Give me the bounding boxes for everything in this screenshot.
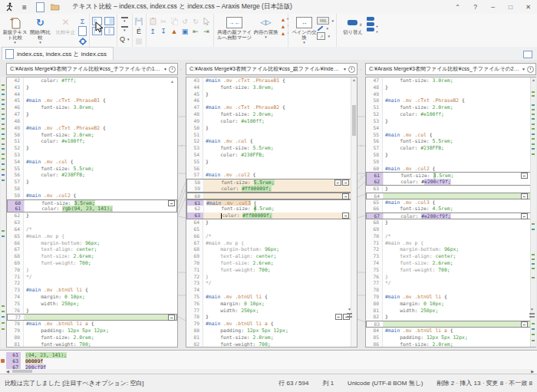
code-line[interactable]: 47#main .mv .cTxt .PhraseB2 {	[186, 104, 357, 111]
code-line[interactable]: 69	[366, 226, 535, 233]
settings-gear-icon[interactable]	[78, 37, 87, 45]
chevron-down-icon[interactable]: ▼	[162, 67, 169, 71]
fit-height-icon[interactable]: ▾	[121, 17, 128, 25]
export-icon[interactable]: ↗	[317, 32, 325, 40]
code-line[interactable]: 44	[7, 91, 177, 98]
scrollbar-thumb[interactable]	[12, 370, 32, 373]
code-line[interactable]: 58 font-size: 5.5rem;←→	[186, 179, 357, 186]
code-line[interactable]: 56 font-size: 5.5rem;	[366, 138, 535, 145]
code-line[interactable]: 52#main .mv .col {	[186, 138, 357, 145]
insert-line-down-icon[interactable]: ↧	[160, 27, 168, 35]
code-line[interactable]: 45#main .mv .cTxt .PhraseB1 {	[7, 97, 177, 104]
code-line[interactable]: 77*/	[366, 280, 535, 287]
code-line[interactable]: 77→	[7, 314, 177, 321]
scroll-down-icon[interactable]: ▼	[530, 307, 534, 311]
swap-panes-button[interactable]: ↔ ペインの交換▾	[291, 15, 317, 45]
code-line[interactable]: 66/*	[186, 233, 357, 240]
code-line[interactable]: 45}	[186, 91, 357, 98]
pointer-icon[interactable]	[203, 17, 211, 25]
code-line[interactable]: 68 margin-bottom: 96px;	[186, 246, 357, 253]
merge-change-button[interactable]: ←	[521, 193, 528, 199]
file-path-middle[interactable]: C:¥Araxis Merge¥3者間ファイル比較¥css_親ファイル¥inde…	[186, 63, 357, 75]
code-line[interactable]: 57 color: #238FFB;	[366, 145, 535, 152]
code-line[interactable]: 82 font-weight: 700;	[186, 341, 357, 348]
fit-width-icon[interactable]: ▾	[121, 26, 128, 34]
code-line[interactable]: 56	[186, 166, 357, 173]
code-line[interactable]: 47 font-size: 3.0rem;	[366, 77, 535, 84]
code-line[interactable]: 52 color: #e100ff;	[366, 111, 535, 118]
code-line[interactable]: 72	[7, 280, 177, 287]
code-line[interactable]: 60 font-size: 3.5rem;→	[7, 199, 177, 206]
merge-change-button[interactable]: →	[342, 180, 349, 186]
code-line[interactable]: 48}	[366, 84, 535, 91]
code-line[interactable]: 80 margin: 0 10px;	[366, 301, 535, 308]
history-clock-icon[interactable]	[527, 66, 534, 73]
code-line[interactable]: 54 color: #238FFB;	[186, 152, 357, 159]
code-line[interactable]: 50#main .mv .cTxt .PhraseB2 {	[366, 97, 535, 104]
warning-down-icon[interactable]: ▲↓	[281, 31, 286, 36]
code-line[interactable]: 49	[366, 91, 535, 98]
code-line[interactable]: 68 font-size: 2.6rem;	[7, 253, 177, 260]
start-recompare-button[interactable]: ↻ 開始/再比較▾	[28, 15, 53, 45]
file-path-left[interactable]: C:¥Araxis Merge¥3者間ファイル比較¥css_子ファイルその1¥i…	[6, 63, 178, 75]
status-encoding[interactable]: Unicode (UTF-8 BOM 無し)	[348, 379, 423, 387]
code-line[interactable]: 43#main .mv .cTxt .PhraseB1 {	[186, 77, 357, 84]
code-line[interactable]: 86 font-size: 2.0rem;	[366, 341, 535, 348]
code-line[interactable]: 58}	[366, 152, 535, 159]
history-clock-icon[interactable]	[348, 66, 355, 73]
code-line[interactable]: 53}	[366, 118, 535, 125]
pane-layout-icon[interactable]	[523, 51, 532, 58]
bookmark-toggle-button[interactable]: ± 切り替え	[339, 15, 367, 35]
code-line[interactable]: 49#main .mv .cTxt .PhraseB2 {	[7, 125, 177, 132]
file-path-right[interactable]: C:¥Araxis Merge¥3者間ファイル比較¥css_子ファイルその2¥i…	[365, 63, 536, 75]
code-line[interactable]: 65#main .mv p {	[7, 233, 177, 240]
zoom-icon[interactable]: Q	[120, 35, 125, 43]
auto-merge-button[interactable]: →← 共通の親ファイルへ自動マージ	[216, 15, 253, 40]
code-line[interactable]: 53 font-size: 5.5rem;	[186, 145, 357, 152]
merge-change-button[interactable]: →	[342, 193, 349, 199]
scroll-up-icon[interactable]: ▲	[170, 79, 174, 84]
minimize-button[interactable]: –	[484, 1, 502, 13]
code-line[interactable]: 79#main .mv .btnUl li {	[366, 294, 535, 301]
code-line[interactable]: 78#main .mv .btnUl li a {	[7, 321, 177, 328]
code-line[interactable]: 85 padding: 12px 5px 12px;	[366, 334, 535, 341]
code-line[interactable]: 65	[186, 226, 357, 233]
code-line[interactable]: 64}	[186, 219, 357, 226]
sigma-report-icon[interactable]: Σ	[78, 17, 87, 25]
code-line[interactable]: 63 color: #ff00009f;→	[186, 212, 357, 219]
code-line[interactable]: 80 padding: 12px 5px 12px;	[186, 328, 357, 334]
scroll-down-icon[interactable]: ▼	[348, 307, 351, 311]
code-line[interactable]: 55 font-size: 5.5rem;	[7, 166, 177, 173]
code-line[interactable]: 71*/	[7, 274, 177, 281]
code-line[interactable]: 64/*	[7, 226, 177, 233]
bookmark-add-icon[interactable]: +	[367, 22, 374, 26]
replace-content-button[interactable]: ◁▷ 内容の置換▾	[253, 15, 279, 40]
code-line[interactable]: 67#main .mv p {	[186, 240, 357, 247]
code-line[interactable]: 73#main .mv .btnUl li {	[7, 287, 177, 294]
code-line[interactable]: 65#main .mv .col3 {	[366, 199, 535, 206]
code-line[interactable]: 78	[366, 287, 535, 294]
code-line[interactable]: 48	[7, 118, 177, 125]
code-line[interactable]: 71 font-weight: 700;	[186, 267, 357, 274]
code-line[interactable]: 79#main .mv .btnUl li a {	[186, 321, 357, 328]
code-line[interactable]: 51 font-size: 2.0rem;	[366, 104, 535, 111]
code-line[interactable]: 78}←→	[186, 314, 357, 321]
detail-row[interactable]: 6300009f	[6, 358, 43, 364]
link-icon[interactable]	[318, 25, 324, 31]
code-line[interactable]: 74	[186, 287, 357, 294]
code-line[interactable]: 76}	[366, 274, 535, 281]
code-line[interactable]: 81 font-weight: 700;	[7, 341, 177, 348]
bookmark-list-icon[interactable]	[367, 17, 374, 21]
merge-change-button[interactable]: ←	[335, 314, 342, 320]
encoding-icon[interactable]: É	[135, 27, 143, 35]
code-line[interactable]: 75 width: 250px;	[7, 301, 177, 308]
code-line[interactable]: 79 padding: 12px 5px 12px;	[7, 328, 177, 334]
code-line[interactable]: 75 font-weight: 700;	[366, 267, 535, 274]
code-line[interactable]: 57#main .mv .col2 {	[186, 172, 357, 179]
code-line[interactable]: 51	[186, 132, 357, 139]
code-line[interactable]: 70}	[7, 267, 177, 274]
code-line[interactable]: 66 margin-bottom: 96px;	[7, 240, 177, 247]
code-line[interactable]: 68}	[366, 219, 535, 226]
layout-3pane-alt-icon[interactable]	[104, 27, 114, 35]
code-line[interactable]: 76 margin: 0 10px;	[186, 301, 357, 308]
